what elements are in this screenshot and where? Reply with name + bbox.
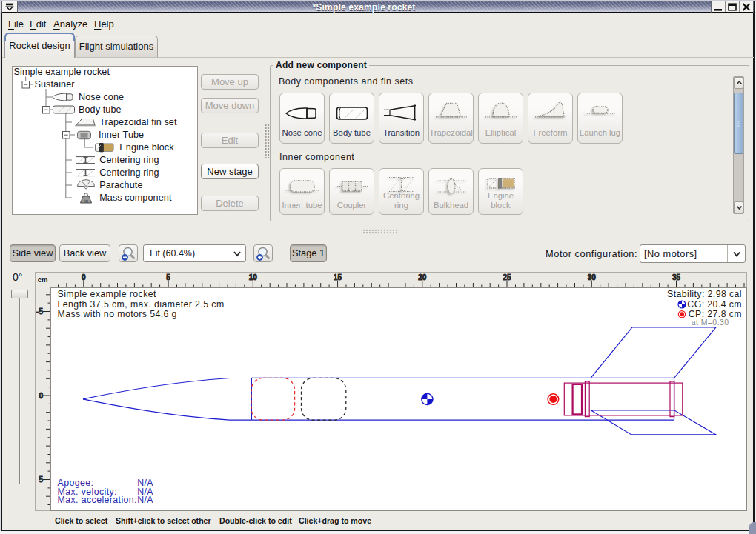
svg-text:Parachute: Parachute <box>99 180 142 190</box>
svg-text:5: 5 <box>166 273 170 281</box>
svg-text:Max. acceleration:: Max. acceleration: <box>58 495 137 505</box>
svg-text:Length 37.5 cm, max. diameter: Length 37.5 cm, max. diameter 2.5 cm <box>58 299 225 310</box>
svg-text:20: 20 <box>418 273 427 281</box>
svg-text:30: 30 <box>588 273 597 281</box>
svg-text:5: 5 <box>39 475 43 484</box>
svg-text:0: 0 <box>82 273 86 281</box>
svg-text:CG: 20.4 cm: CG: 20.4 cm <box>687 299 742 310</box>
svg-text:Inner Tube: Inner Tube <box>99 130 144 140</box>
svg-text:Mass with no motors 54.6 g: Mass with no motors 54.6 g <box>58 309 177 319</box>
svg-text:N/A: N/A <box>137 495 153 505</box>
svg-text:10: 10 <box>249 273 258 281</box>
svg-text:Engine block: Engine block <box>119 142 174 153</box>
svg-text:25: 25 <box>503 273 511 281</box>
svg-text:Body tube: Body tube <box>79 104 122 115</box>
svg-text:Mass component: Mass component <box>99 193 172 203</box>
svg-text:Simple example rocket: Simple example rocket <box>58 289 156 299</box>
svg-text:Simple example rocket: Simple example rocket <box>14 67 110 77</box>
svg-text:Centering ring: Centering ring <box>99 167 159 178</box>
svg-text:Sustainer: Sustainer <box>35 79 75 90</box>
svg-text:Stability: 2.98 cal: Stability: 2.98 cal <box>667 289 742 299</box>
svg-text:15: 15 <box>334 273 342 281</box>
svg-text:0: 0 <box>39 392 43 400</box>
svg-text:at M=0.30: at M=0.30 <box>692 318 729 327</box>
svg-text:Nose cone: Nose cone <box>79 92 124 102</box>
svg-text:Centering ring: Centering ring <box>99 155 159 165</box>
svg-text:-5: -5 <box>36 307 43 316</box>
svg-text:kg: kg <box>84 198 88 203</box>
svg-text:35: 35 <box>672 273 681 281</box>
svg-text:Trapezoidal fin set: Trapezoidal fin set <box>99 117 177 127</box>
